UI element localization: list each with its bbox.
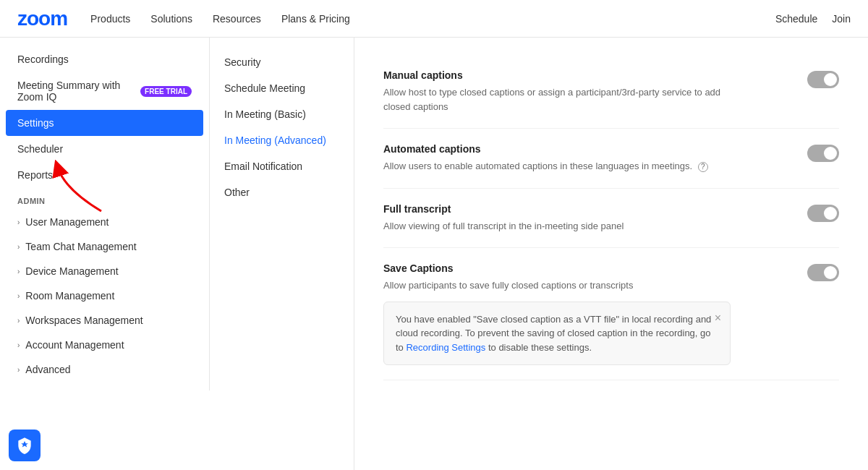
sidebar-item-settings[interactable]: Settings [6, 110, 203, 136]
sidebar-item-meeting-summary[interactable]: Meeting Summary with Zoom IQ FREE TRIAL [0, 72, 209, 110]
nav-plans[interactable]: Plans & Pricing [281, 13, 350, 25]
info-box-close-button[interactable]: × [715, 309, 721, 327]
mid-nav-security[interactable]: Security [210, 49, 354, 75]
main-layout: Recordings Meeting Summary with Zoom IQ … [0, 38, 868, 470]
recording-settings-link[interactable]: Recording Settings [406, 342, 485, 353]
chevron-icon: › [17, 292, 20, 300]
setting-row-full-transcript: Full transcript Allow viewing of full tr… [383, 189, 839, 249]
sidebar-item-advanced[interactable]: › Advanced [0, 357, 209, 382]
setting-row-manual-captions: Manual captions Allow host to type close… [383, 55, 839, 129]
setting-info-manual-captions: Manual captions Allow host to type close… [383, 69, 731, 114]
chevron-icon: › [17, 268, 20, 275]
top-nav: zoom Products Solutions Resources Plans … [0, 0, 868, 38]
setting-title-automated-captions: Automated captions [383, 143, 731, 155]
chevron-icon: › [17, 317, 20, 325]
zoom-shield-icon[interactable] [9, 430, 41, 461]
toggle-manual-captions[interactable] [807, 71, 839, 88]
main-content: Manual captions Allow host to type close… [354, 38, 868, 470]
sidebar: Recordings Meeting Summary with Zoom IQ … [0, 38, 210, 390]
sidebar-item-device-management[interactable]: › Device Management [0, 259, 209, 283]
nav-products[interactable]: Products [90, 13, 130, 25]
toggle-automated-captions[interactable] [807, 145, 839, 162]
setting-title-full-transcript: Full transcript [383, 203, 731, 215]
nav-join[interactable]: Join [832, 13, 851, 25]
free-trial-badge: FREE TRIAL [140, 86, 192, 97]
mid-nav-other[interactable]: Other [210, 179, 354, 205]
sidebar-item-workspaces[interactable]: › Workspaces Management [0, 308, 209, 333]
sidebar-wrapper: Recordings Meeting Summary with Zoom IQ … [0, 38, 210, 470]
mid-nav-email-notification[interactable]: Email Notification [210, 153, 354, 179]
nav-solutions[interactable]: Solutions [150, 13, 192, 25]
setting-info-save-captions: Save Captions Allow participants to save… [383, 262, 731, 293]
setting-title-save-captions: Save Captions [383, 262, 731, 274]
mid-nav-schedule-meeting[interactable]: Schedule Meeting [210, 75, 354, 101]
info-box-text-after: to disable these settings. [485, 342, 592, 353]
chevron-icon: › [17, 218, 20, 226]
admin-label: ADMIN [0, 188, 209, 210]
setting-title-manual-captions: Manual captions [383, 69, 731, 81]
nav-schedule[interactable]: Schedule [775, 13, 817, 25]
chevron-icon: › [17, 341, 20, 349]
chevron-icon: › [17, 366, 20, 374]
sidebar-item-user-management[interactable]: › User Management [0, 210, 209, 234]
nav-links: Products Solutions Resources Plans & Pri… [90, 13, 775, 25]
sidebar-item-team-chat[interactable]: › Team Chat Management [0, 234, 209, 259]
chevron-icon: › [17, 243, 20, 251]
setting-row-save-captions: Save Captions Allow participants to save… [383, 248, 839, 380]
setting-desc-save-captions: Allow participants to save fully closed … [383, 278, 731, 293]
sidebar-item-room-management[interactable]: › Room Management [0, 283, 209, 308]
mid-nav: Security Schedule Meeting In Meeting (Ba… [210, 38, 354, 470]
shield-svg [15, 436, 34, 455]
setting-desc-automated-captions: Allow users to enable automated captions… [383, 159, 731, 174]
setting-row-automated-captions: Automated captions Allow users to enable… [383, 129, 839, 189]
nav-resources[interactable]: Resources [213, 13, 261, 25]
sidebar-item-account-management[interactable]: › Account Management [0, 333, 209, 357]
sidebar-item-recordings[interactable]: Recordings [0, 46, 209, 72]
save-captions-info-box: × You have enabled "Save closed caption … [383, 302, 731, 366]
mid-nav-in-meeting-advanced[interactable]: In Meeting (Advanced) [210, 127, 354, 153]
zoom-logo[interactable]: zoom [17, 7, 67, 30]
setting-desc-full-transcript: Allow viewing of full transcript in the … [383, 219, 731, 234]
toggle-full-transcript[interactable] [807, 205, 839, 222]
sidebar-item-scheduler[interactable]: Scheduler [0, 136, 209, 162]
mid-nav-in-meeting-basic[interactable]: In Meeting (Basic) [210, 101, 354, 127]
sidebar-item-reports[interactable]: Reports [0, 162, 209, 188]
nav-right: Schedule Join [775, 13, 851, 25]
setting-desc-manual-captions: Allow host to type closed captions or as… [383, 85, 731, 114]
info-icon-automated-captions[interactable]: ? [698, 162, 708, 172]
setting-info-full-transcript: Full transcript Allow viewing of full tr… [383, 203, 731, 234]
setting-info-automated-captions: Automated captions Allow users to enable… [383, 143, 731, 174]
toggle-save-captions[interactable] [807, 264, 839, 281]
